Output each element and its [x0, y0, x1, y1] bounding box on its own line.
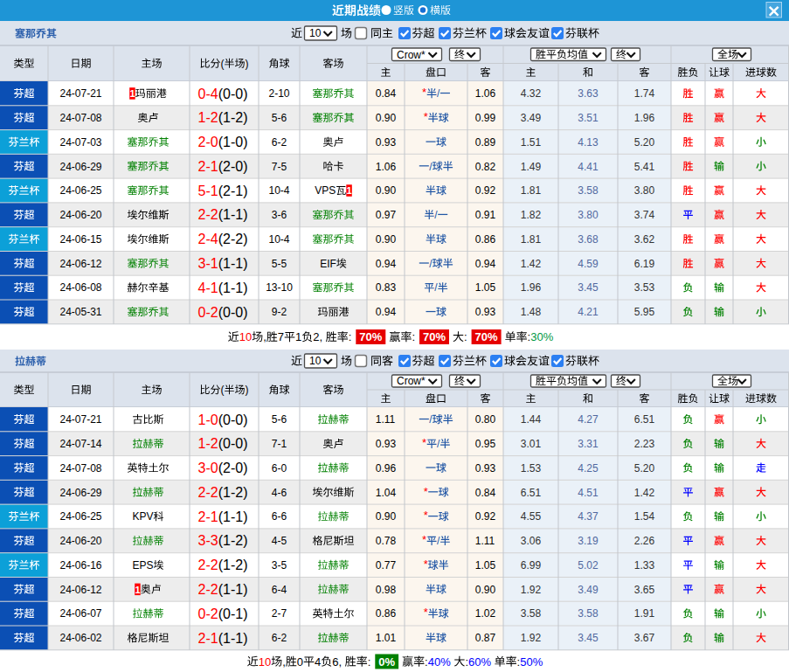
- svg-text:1.49: 1.49: [521, 161, 542, 173]
- svg-text:1.06: 1.06: [376, 161, 397, 173]
- svg-text:3.49: 3.49: [578, 584, 599, 596]
- svg-text:1.42: 1.42: [521, 258, 542, 270]
- svg-text:2-1: 2-1: [198, 631, 218, 646]
- svg-text:1.81: 1.81: [521, 233, 542, 246]
- svg-text:*: *: [424, 485, 428, 498]
- svg-text:): ): [246, 58, 249, 70]
- svg-text:1.48: 1.48: [521, 306, 542, 318]
- svg-text:(2-1): (2-1): [218, 184, 248, 198]
- svg-text:0.95: 0.95: [475, 438, 496, 450]
- svg-text:*: *: [424, 110, 428, 123]
- svg-text:6.51: 6.51: [521, 487, 542, 499]
- svg-text::: :: [349, 330, 352, 343]
- svg-text:1.96: 1.96: [634, 112, 655, 124]
- svg-text:24-07-14: 24-07-14: [60, 438, 102, 450]
- svg-text:(0-1): (0-1): [218, 606, 248, 621]
- svg-text:*: *: [424, 558, 428, 571]
- svg-text:(0-0): (0-0): [218, 305, 248, 320]
- svg-text:2-0: 2-0: [198, 135, 218, 149]
- svg-text:EIF: EIF: [320, 258, 336, 270]
- svg-text:0.84: 0.84: [376, 87, 397, 100]
- svg-text:4-5: 4-5: [272, 535, 287, 547]
- svg-text:KPV: KPV: [133, 510, 154, 523]
- svg-text:1.81: 1.81: [521, 184, 542, 197]
- svg-text:(0-0): (0-0): [218, 412, 248, 427]
- svg-text:0-4: 0-4: [198, 87, 218, 101]
- svg-text:3.80: 3.80: [578, 209, 599, 221]
- svg-text:7-5: 7-5: [272, 161, 287, 173]
- svg-text:24-07-21: 24-07-21: [60, 413, 102, 426]
- svg-text:(1-1): (1-1): [218, 281, 248, 295]
- svg-text:5.20: 5.20: [634, 462, 655, 475]
- svg-text:3.49: 3.49: [521, 112, 542, 124]
- svg-text:4: 4: [315, 655, 321, 669]
- svg-text:(0-0): (0-0): [218, 87, 248, 101]
- svg-text:10: 10: [259, 655, 271, 669]
- svg-text:3-0: 3-0: [198, 461, 218, 475]
- svg-text:60%: 60%: [468, 655, 491, 669]
- svg-text:5.20: 5.20: [634, 136, 655, 149]
- svg-text:0.93: 0.93: [475, 306, 496, 318]
- svg-text:0.92: 0.92: [475, 510, 496, 523]
- svg-text:1: 1: [135, 585, 140, 595]
- svg-text:0.87: 0.87: [475, 632, 496, 644]
- svg-text:(1-1): (1-1): [218, 631, 248, 646]
- svg-text:(: (: [221, 384, 225, 396]
- svg-text:24-06-02: 24-06-02: [60, 632, 102, 644]
- svg-text:2-2: 2-2: [198, 485, 218, 500]
- svg-text:4.25: 4.25: [578, 462, 599, 475]
- svg-text:(1-1): (1-1): [218, 509, 248, 524]
- svg-text:3.31: 3.31: [578, 438, 599, 450]
- svg-text:6,: 6,: [332, 655, 344, 669]
- svg-text:0.96: 0.96: [376, 462, 397, 475]
- svg-text:0.90: 0.90: [376, 112, 397, 124]
- svg-text:2-2: 2-2: [198, 582, 218, 597]
- svg-text:1.74: 1.74: [634, 87, 655, 100]
- svg-text:3.45: 3.45: [578, 281, 599, 294]
- svg-text:9-2: 9-2: [272, 306, 287, 318]
- svg-text:5-5: 5-5: [272, 258, 287, 270]
- svg-text:2-2: 2-2: [198, 558, 218, 572]
- svg-text:1: 1: [129, 88, 135, 99]
- svg-text:40%: 40%: [428, 655, 451, 669]
- svg-text::: :: [464, 330, 467, 343]
- svg-text:4.21: 4.21: [578, 306, 599, 318]
- svg-text:1.04: 1.04: [376, 487, 397, 499]
- svg-text:0.91: 0.91: [475, 209, 496, 221]
- svg-text::: :: [412, 330, 415, 343]
- svg-text:5-6: 5-6: [272, 112, 287, 124]
- svg-text:24-06-20: 24-06-20: [60, 535, 102, 547]
- svg-text:10-4: 10-4: [269, 184, 290, 197]
- svg-text:3.01: 3.01: [521, 438, 542, 450]
- svg-text:3.63: 3.63: [578, 87, 599, 100]
- svg-text:0.98: 0.98: [376, 584, 397, 596]
- svg-text:0.90: 0.90: [376, 184, 397, 197]
- svg-text:13-10: 13-10: [266, 281, 293, 294]
- svg-text:*: *: [422, 533, 426, 546]
- svg-text:(1-1): (1-1): [218, 207, 248, 222]
- svg-text:4.41: 4.41: [578, 161, 599, 173]
- svg-text:2-2: 2-2: [198, 207, 218, 222]
- svg-text:1.42: 1.42: [634, 487, 655, 499]
- svg-text:1.01: 1.01: [376, 632, 397, 644]
- svg-text:0.90: 0.90: [376, 233, 397, 246]
- svg-text:(2-0): (2-0): [218, 461, 248, 475]
- svg-text:0.93: 0.93: [376, 136, 397, 149]
- svg-text:3.58: 3.58: [578, 184, 599, 197]
- svg-text:30%: 30%: [530, 330, 553, 343]
- svg-text:3.06: 3.06: [521, 535, 542, 547]
- svg-text:3.74: 3.74: [634, 209, 655, 221]
- svg-text:1.91: 1.91: [634, 607, 655, 620]
- svg-text:4.55: 4.55: [521, 510, 542, 523]
- svg-text:VPS: VPS: [315, 184, 336, 197]
- svg-text:*: *: [424, 606, 428, 619]
- svg-text:0.80: 0.80: [475, 413, 496, 426]
- svg-text:0.84: 0.84: [475, 487, 496, 499]
- svg-text:1: 1: [346, 185, 351, 196]
- svg-text:1-0: 1-0: [198, 412, 218, 427]
- svg-text:5.02: 5.02: [578, 559, 599, 572]
- svg-text:(1-2): (1-2): [218, 110, 248, 125]
- svg-text:24-06-08: 24-06-08: [60, 281, 102, 294]
- svg-text:3-1: 3-1: [198, 256, 218, 271]
- svg-text:0.89: 0.89: [475, 136, 496, 149]
